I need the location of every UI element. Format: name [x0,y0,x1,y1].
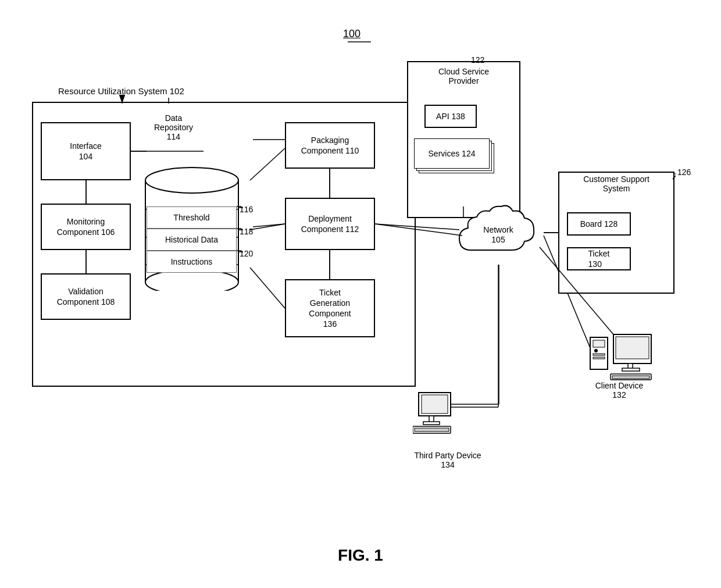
services-label: Services 124 [429,148,476,159]
packaging-box: PackagingComponent 110 [285,122,375,169]
figure-label: FIG. 1 [338,546,383,565]
validation-box: ValidationComponent 108 [41,273,131,320]
top-ref-number: 100 [343,28,360,40]
monitoring-box: MonitoringComponent 106 [41,204,131,250]
ticket-box: Ticket130 [567,247,631,270]
svg-text:Network: Network [483,225,513,234]
instructions-label: Instructions [171,256,213,267]
ref-126: 126 [677,168,691,177]
third-party-label: Third Party Device134 [401,451,494,469]
css-text: Customer SupportSystem [583,174,649,193]
svg-rect-47 [612,376,649,379]
svg-point-39 [594,349,598,352]
validation-label: ValidationComponent 108 [57,286,115,307]
historical-label: Historical Data [165,234,218,245]
svg-point-24 [145,168,238,193]
packaging-label: PackagingComponent 110 [301,135,359,156]
third-party-text: Third Party Device134 [414,451,481,469]
svg-rect-36 [415,428,449,432]
instructions-box: Instructions [147,251,237,273]
ticket-gen-label: TicketGenerationComponent136 [309,287,351,330]
cloud-provider-label: Cloud ServiceProvider [419,67,509,85]
client-device-computer [587,332,657,386]
css-label: Customer SupportSystem [567,174,666,193]
svg-rect-34 [423,422,440,425]
svg-rect-41 [593,357,605,359]
deployment-label: DeploymentComponent 112 [301,213,359,234]
data-repo-label: DataRepository114 [154,113,193,141]
threshold-label: Threshold [173,212,209,223]
diagram: 100 Resource Utilization System 102 Inte… [0,0,721,588]
svg-rect-43 [616,337,649,359]
interface-label: Interface104 [70,141,101,162]
network-cloud: Network 105 [454,201,544,265]
ticket-gen-box: TicketGenerationComponent136 [285,279,375,337]
client-device-text: Client Device132 [595,381,643,400]
api-label: API 138 [436,111,465,122]
ref-118: 118 [240,227,253,236]
ref-122: 122 [471,55,484,65]
interface-box: Interface104 [41,122,131,180]
api-box: API 138 [424,105,477,128]
board-box: Board 128 [567,212,631,236]
third-party-computer [413,390,471,441]
ref-116: 116 [240,205,253,214]
svg-rect-40 [593,354,605,355]
svg-text:105: 105 [491,235,505,244]
deployment-box: DeploymentComponent 112 [285,198,375,250]
monitoring-label: MonitoringComponent 106 [57,216,115,237]
historical-data-box: Historical Data [147,229,237,251]
svg-rect-38 [593,340,605,347]
rus-label: Resource Utilization System 102 [58,86,184,96]
svg-rect-45 [622,368,640,371]
board-label: Board 128 [580,219,618,229]
svg-rect-32 [422,395,448,414]
ref-120: 120 [240,249,253,258]
ticket-label: Ticket130 [588,248,610,269]
threshold-box: Threshold [147,206,237,229]
data-repo-text: DataRepository114 [154,113,193,141]
cloud-provider-text: Cloud ServiceProvider [438,67,489,85]
client-device-label: Client Device132 [581,381,657,400]
